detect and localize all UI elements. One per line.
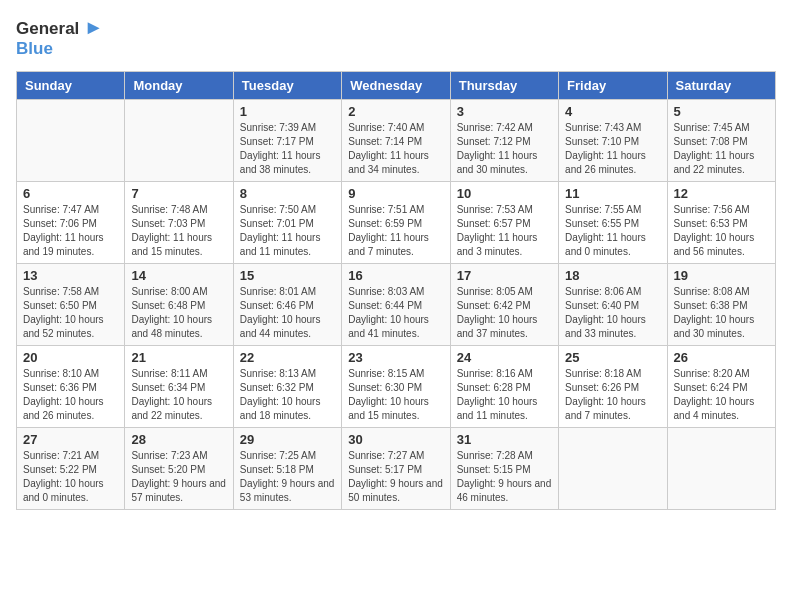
day-daylight: Daylight: 11 hours and 7 minutes.	[348, 232, 429, 257]
day-sunrise: Sunrise: 8:18 AM	[565, 368, 641, 379]
day-number: 25	[565, 350, 660, 365]
day-daylight: Daylight: 11 hours and 19 minutes.	[23, 232, 104, 257]
day-sunrise: Sunrise: 7:51 AM	[348, 204, 424, 215]
day-number: 19	[674, 268, 769, 283]
day-sunset: Sunset: 7:08 PM	[674, 136, 748, 147]
day-sunset: Sunset: 6:53 PM	[674, 218, 748, 229]
day-number: 4	[565, 104, 660, 119]
day-sunset: Sunset: 6:34 PM	[131, 382, 205, 393]
day-sunrise: Sunrise: 8:11 AM	[131, 368, 207, 379]
day-number: 15	[240, 268, 335, 283]
page-header: General ► Blue	[16, 16, 776, 59]
day-daylight: Daylight: 10 hours and 37 minutes.	[457, 314, 538, 339]
day-sunset: Sunset: 7:03 PM	[131, 218, 205, 229]
day-sunset: Sunset: 6:30 PM	[348, 382, 422, 393]
day-sunset: Sunset: 6:28 PM	[457, 382, 531, 393]
day-sunset: Sunset: 6:40 PM	[565, 300, 639, 311]
day-sunrise: Sunrise: 8:01 AM	[240, 286, 316, 297]
day-daylight: Daylight: 10 hours and 44 minutes.	[240, 314, 321, 339]
day-sunrise: Sunrise: 8:08 AM	[674, 286, 750, 297]
calendar-day-cell	[667, 428, 775, 510]
day-sunset: Sunset: 6:48 PM	[131, 300, 205, 311]
calendar-day-cell: 13 Sunrise: 7:58 AM Sunset: 6:50 PM Dayl…	[17, 264, 125, 346]
calendar-day-cell: 8 Sunrise: 7:50 AM Sunset: 7:01 PM Dayli…	[233, 182, 341, 264]
day-daylight: Daylight: 10 hours and 11 minutes.	[457, 396, 538, 421]
day-sunrise: Sunrise: 7:56 AM	[674, 204, 750, 215]
calendar-day-cell: 6 Sunrise: 7:47 AM Sunset: 7:06 PM Dayli…	[17, 182, 125, 264]
day-sunset: Sunset: 6:42 PM	[457, 300, 531, 311]
calendar-week-row: 20 Sunrise: 8:10 AM Sunset: 6:36 PM Dayl…	[17, 346, 776, 428]
day-sunrise: Sunrise: 7:50 AM	[240, 204, 316, 215]
day-number: 21	[131, 350, 226, 365]
day-number: 17	[457, 268, 552, 283]
day-number: 12	[674, 186, 769, 201]
calendar-day-cell: 25 Sunrise: 8:18 AM Sunset: 6:26 PM Dayl…	[559, 346, 667, 428]
calendar-day-cell: 14 Sunrise: 8:00 AM Sunset: 6:48 PM Dayl…	[125, 264, 233, 346]
day-sunrise: Sunrise: 8:03 AM	[348, 286, 424, 297]
day-daylight: Daylight: 10 hours and 4 minutes.	[674, 396, 755, 421]
day-daylight: Daylight: 11 hours and 38 minutes.	[240, 150, 321, 175]
calendar-day-cell: 19 Sunrise: 8:08 AM Sunset: 6:38 PM Dayl…	[667, 264, 775, 346]
day-number: 6	[23, 186, 118, 201]
day-sunrise: Sunrise: 7:27 AM	[348, 450, 424, 461]
day-daylight: Daylight: 11 hours and 0 minutes.	[565, 232, 646, 257]
day-daylight: Daylight: 10 hours and 30 minutes.	[674, 314, 755, 339]
calendar-day-cell: 11 Sunrise: 7:55 AM Sunset: 6:55 PM Dayl…	[559, 182, 667, 264]
day-number: 27	[23, 432, 118, 447]
day-sunset: Sunset: 6:38 PM	[674, 300, 748, 311]
day-daylight: Daylight: 10 hours and 18 minutes.	[240, 396, 321, 421]
day-of-week-header: Thursday	[450, 72, 558, 100]
day-daylight: Daylight: 11 hours and 11 minutes.	[240, 232, 321, 257]
day-sunset: Sunset: 6:26 PM	[565, 382, 639, 393]
calendar-day-cell: 20 Sunrise: 8:10 AM Sunset: 6:36 PM Dayl…	[17, 346, 125, 428]
day-of-week-header: Friday	[559, 72, 667, 100]
day-sunrise: Sunrise: 7:48 AM	[131, 204, 207, 215]
day-daylight: Daylight: 11 hours and 30 minutes.	[457, 150, 538, 175]
day-daylight: Daylight: 11 hours and 22 minutes.	[674, 150, 755, 175]
day-sunset: Sunset: 5:18 PM	[240, 464, 314, 475]
day-daylight: Daylight: 10 hours and 48 minutes.	[131, 314, 212, 339]
calendar-day-cell: 18 Sunrise: 8:06 AM Sunset: 6:40 PM Dayl…	[559, 264, 667, 346]
day-number: 16	[348, 268, 443, 283]
calendar-day-cell: 10 Sunrise: 7:53 AM Sunset: 6:57 PM Dayl…	[450, 182, 558, 264]
day-daylight: Daylight: 10 hours and 15 minutes.	[348, 396, 429, 421]
day-number: 9	[348, 186, 443, 201]
logo: General ► Blue	[16, 16, 104, 59]
day-daylight: Daylight: 10 hours and 41 minutes.	[348, 314, 429, 339]
day-number: 31	[457, 432, 552, 447]
calendar-day-cell: 5 Sunrise: 7:45 AM Sunset: 7:08 PM Dayli…	[667, 100, 775, 182]
logo-bird-icon: ►	[84, 16, 104, 38]
day-number: 10	[457, 186, 552, 201]
day-sunset: Sunset: 7:06 PM	[23, 218, 97, 229]
day-sunrise: Sunrise: 7:21 AM	[23, 450, 99, 461]
day-sunset: Sunset: 7:10 PM	[565, 136, 639, 147]
day-sunset: Sunset: 5:15 PM	[457, 464, 531, 475]
day-sunrise: Sunrise: 8:15 AM	[348, 368, 424, 379]
calendar-day-cell: 28 Sunrise: 7:23 AM Sunset: 5:20 PM Dayl…	[125, 428, 233, 510]
day-sunrise: Sunrise: 7:25 AM	[240, 450, 316, 461]
day-sunset: Sunset: 7:14 PM	[348, 136, 422, 147]
day-sunrise: Sunrise: 8:16 AM	[457, 368, 533, 379]
day-sunset: Sunset: 5:22 PM	[23, 464, 97, 475]
day-number: 20	[23, 350, 118, 365]
day-of-week-header: Wednesday	[342, 72, 450, 100]
day-daylight: Daylight: 10 hours and 33 minutes.	[565, 314, 646, 339]
day-sunset: Sunset: 6:50 PM	[23, 300, 97, 311]
day-sunrise: Sunrise: 7:53 AM	[457, 204, 533, 215]
day-number: 24	[457, 350, 552, 365]
day-sunrise: Sunrise: 8:00 AM	[131, 286, 207, 297]
calendar-day-cell: 12 Sunrise: 7:56 AM Sunset: 6:53 PM Dayl…	[667, 182, 775, 264]
day-number: 5	[674, 104, 769, 119]
day-sunrise: Sunrise: 7:28 AM	[457, 450, 533, 461]
day-daylight: Daylight: 10 hours and 7 minutes.	[565, 396, 646, 421]
calendar-week-row: 27 Sunrise: 7:21 AM Sunset: 5:22 PM Dayl…	[17, 428, 776, 510]
day-sunrise: Sunrise: 7:55 AM	[565, 204, 641, 215]
day-sunrise: Sunrise: 8:10 AM	[23, 368, 99, 379]
day-sunset: Sunset: 6:59 PM	[348, 218, 422, 229]
day-number: 14	[131, 268, 226, 283]
day-sunrise: Sunrise: 7:43 AM	[565, 122, 641, 133]
calendar-day-cell: 1 Sunrise: 7:39 AM Sunset: 7:17 PM Dayli…	[233, 100, 341, 182]
day-sunrise: Sunrise: 8:05 AM	[457, 286, 533, 297]
calendar-day-cell: 24 Sunrise: 8:16 AM Sunset: 6:28 PM Dayl…	[450, 346, 558, 428]
day-number: 29	[240, 432, 335, 447]
